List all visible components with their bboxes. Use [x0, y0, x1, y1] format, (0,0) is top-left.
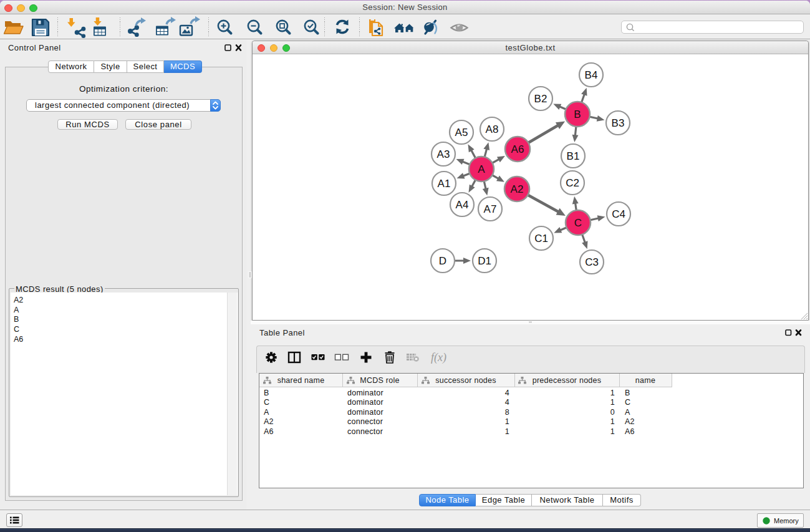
svg-text:C1: C1: [534, 233, 548, 244]
svg-text:C4: C4: [612, 208, 625, 220]
svg-text:D: D: [439, 255, 446, 267]
svg-text:A7: A7: [484, 203, 497, 215]
svg-text:Memory: Memory: [774, 517, 799, 525]
svg-text:A3: A3: [437, 148, 450, 160]
svg-text:B2: B2: [534, 93, 547, 105]
svg-text:B1: B1: [567, 150, 580, 162]
svg-text:A: A: [478, 163, 485, 175]
svg-text:C3: C3: [585, 256, 599, 268]
svg-text:f(x): f(x): [431, 351, 446, 364]
svg-text:B: B: [574, 109, 581, 120]
svg-text:A6: A6: [511, 143, 524, 155]
svg-text:C: C: [574, 217, 582, 229]
svg-text:D1: D1: [478, 255, 491, 267]
svg-text:A2: A2: [511, 183, 524, 195]
svg-text:A5: A5: [455, 127, 468, 138]
svg-text:A8: A8: [486, 123, 499, 135]
svg-text:B4: B4: [585, 69, 598, 81]
svg-text:B3: B3: [612, 117, 625, 129]
svg-text:C2: C2: [566, 177, 579, 189]
svg-text:A4: A4: [456, 199, 469, 211]
svg-text:A1: A1: [438, 178, 451, 190]
